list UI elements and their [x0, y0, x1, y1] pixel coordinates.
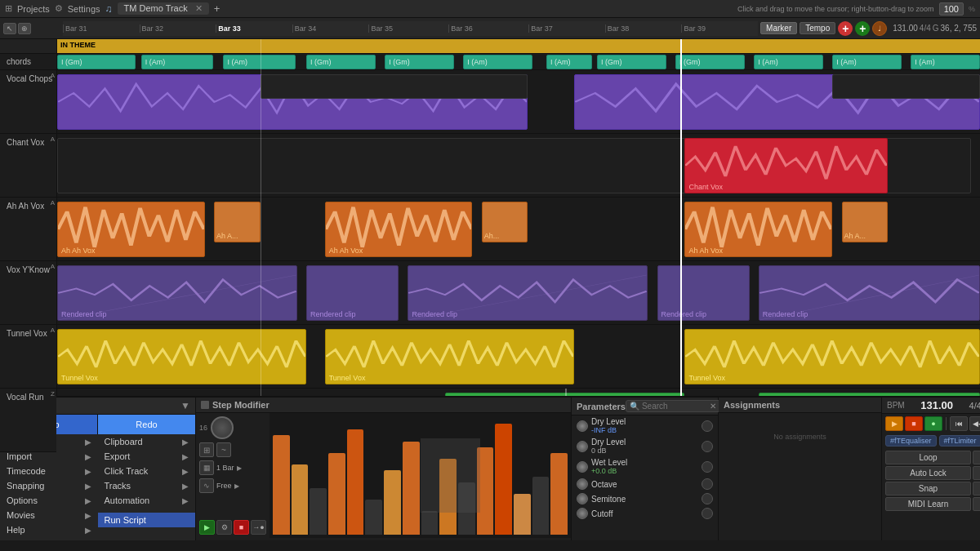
ah-vox-track[interactable]: Ah Ah Vox Ah A... Ah Ah Vox Ah...	[57, 198, 980, 261]
cv-red-clip[interactable]: Chant Vox	[684, 138, 888, 193]
click-button[interactable]: Click	[973, 451, 980, 464]
step-grid-btn[interactable]: ⊞	[199, 442, 214, 457]
vyk-clip-2[interactable]: Rendered clip	[306, 265, 399, 321]
scroll-a-tunnel[interactable]: A	[51, 327, 55, 334]
param-wet-level[interactable]: Wet Level +0.0 dB	[572, 456, 718, 477]
vrun-clip-2[interactable]	[759, 393, 980, 396]
transport-stop-btn[interactable]: ■	[905, 416, 923, 431]
menu-click-track[interactable]: Click Track▶	[98, 464, 196, 478]
scroll-a-chant[interactable]: A	[51, 136, 55, 143]
chord-clip-10[interactable]: I (Am)	[832, 55, 902, 69]
menu-run-script[interactable]: Run Script	[98, 513, 196, 527]
equaliser-btn[interactable]: #fTEqualiser	[885, 435, 937, 447]
add-tempo-button[interactable]: +	[855, 21, 870, 36]
vyk-clip-5[interactable]: Rendered clip	[759, 265, 980, 321]
step-bar-16[interactable]	[550, 453, 568, 535]
menu-minimize-button[interactable]: ▼	[180, 400, 190, 411]
param-knob-cut[interactable]	[577, 508, 588, 519]
menu-automation[interactable]: Automation▶	[98, 493, 196, 508]
chord-clip-0[interactable]: I (Gm)	[57, 55, 136, 69]
menu-timecode[interactable]: Timecode▶	[0, 464, 98, 478]
param-knob-dry2[interactable]	[577, 441, 588, 452]
chord-clip-2[interactable]: I (Am)	[223, 55, 295, 69]
chord-clip-6[interactable]: I (Am)	[546, 55, 593, 69]
chord-clip-1[interactable]: I (Am)	[141, 55, 213, 69]
vc-clip-dark2[interactable]	[832, 74, 980, 99]
menu-help[interactable]: Help▶	[0, 522, 98, 537]
transport-back-btn[interactable]: ◀◀	[969, 416, 980, 431]
ah-clip-3[interactable]: Ah Ah Vox	[325, 202, 473, 257]
punch-button[interactable]: Punch	[973, 466, 980, 480]
step-bar-10[interactable]	[439, 459, 457, 535]
vc-clip-dark[interactable]	[261, 74, 528, 99]
transport-record-btn[interactable]: ●	[924, 416, 942, 431]
step-bar-9[interactable]	[421, 511, 439, 535]
step-bar-1[interactable]	[273, 435, 290, 535]
marker-track[interactable]: IN THEME	[57, 39, 980, 54]
step-bar-15[interactable]	[532, 477, 550, 535]
step-free-label[interactable]: Free	[216, 482, 232, 490]
vyk-clip-4[interactable]: Rendered clip	[657, 265, 750, 321]
search-close-icon[interactable]: ✕	[710, 402, 716, 411]
snap-button[interactable]: Snap	[885, 482, 971, 495]
ah-clip-4[interactable]: Ah...	[482, 202, 528, 242]
param-knob-wet[interactable]	[577, 461, 588, 473]
limiter-btn[interactable]: #fTLimiter	[939, 435, 980, 447]
step-grid-area[interactable]	[270, 413, 571, 538]
param-knob-side-1[interactable]	[702, 420, 713, 432]
step-bar-7[interactable]	[384, 470, 401, 535]
ah-clip-5[interactable]: Ah Ah Vox	[684, 202, 832, 257]
param-dry-level-2[interactable]: Dry Level 0 dB	[572, 436, 718, 456]
scroll-a-vchops[interactable]: A	[51, 72, 55, 79]
param-knob-oct[interactable]	[577, 478, 588, 490]
param-semitone[interactable]: Semitone	[572, 491, 718, 506]
scroll-a-vyknow[interactable]: A	[51, 263, 55, 270]
step-stop-btn[interactable]: ■	[234, 520, 249, 535]
chords-track[interactable]: I (Gm) I (Am) I (Am) I (Gm) I (Gm) I (Am…	[57, 54, 980, 70]
step-bar-2[interactable]	[292, 464, 309, 535]
chord-clip-5[interactable]: I (Am)	[463, 55, 532, 69]
zoom-btn[interactable]: ⊕	[18, 23, 31, 34]
chord-clip-11[interactable]: I (Am)	[911, 55, 980, 69]
cursor-btn[interactable]: ↖	[3, 23, 16, 34]
chord-clip-9[interactable]: I (Am)	[754, 55, 823, 69]
tun-clip-2[interactable]: Tunnel Vox	[325, 329, 574, 384]
ah-clip-2[interactable]: Ah A...	[214, 202, 261, 242]
param-octave[interactable]: Octave	[572, 477, 718, 491]
auto-lock-button[interactable]: Auto Lock	[885, 466, 971, 480]
close-tab-icon[interactable]: ✕	[195, 3, 203, 13]
add-tab-button[interactable]: +	[214, 2, 220, 15]
menu-snapping[interactable]: Snapping▶	[0, 478, 98, 493]
chord-clip-4[interactable]: I (Gm)	[385, 55, 454, 69]
timeline-tracks[interactable]: IN THEME I (Gm) I (Am) I (Am) I (Gm) I (…	[57, 39, 980, 396]
vyknow-track[interactable]: Rendered clip Rendered clip Rendered cli…	[57, 261, 980, 325]
step-bar-8[interactable]	[403, 442, 420, 535]
menu-tracks[interactable]: Tracks▶	[98, 478, 196, 493]
add-marker-button[interactable]: +	[838, 21, 853, 36]
step-bar-6[interactable]	[365, 500, 382, 535]
loop-button[interactable]: Loop	[885, 451, 971, 464]
menu-options[interactable]: Options▶	[0, 493, 98, 508]
zoom-value[interactable]: 100	[939, 2, 964, 16]
step-bar-11[interactable]	[458, 482, 475, 535]
step-bar-14[interactable]	[514, 494, 531, 535]
step-free-icon[interactable]: ∿	[199, 478, 214, 493]
step-curve-btn[interactable]: ~	[216, 442, 231, 457]
step-free-expand[interactable]: ▶	[234, 482, 239, 490]
param-dry-level-1[interactable]: Dry Level -INF dB	[572, 415, 718, 436]
param-knob-side-6[interactable]	[702, 508, 713, 519]
ah-clip-1[interactable]: Ah Ah Vox	[57, 202, 205, 257]
chord-clip-3[interactable]: I (Gm)	[306, 55, 376, 69]
tun-clip-1[interactable]: Tunnel Vox	[57, 329, 306, 384]
step-bar-5[interactable]	[347, 429, 364, 535]
step-play-btn[interactable]: ▶	[199, 520, 215, 535]
scroll-a-ahvox[interactable]: A	[51, 199, 55, 207]
menu-export[interactable]: Export▶	[98, 449, 196, 464]
chant-vox-track[interactable]: Chant Vox	[57, 134, 980, 198]
param-knob-side-5[interactable]	[702, 493, 713, 504]
ah-clip-6[interactable]: Ah A...	[842, 202, 889, 242]
transport-rewind-btn[interactable]: ⏮	[950, 416, 968, 431]
projects-label[interactable]: Projects	[17, 4, 50, 14]
menu-clipboard[interactable]: Clipboard▶	[98, 434, 196, 449]
param-cutoff[interactable]: Cutoff	[572, 506, 718, 521]
